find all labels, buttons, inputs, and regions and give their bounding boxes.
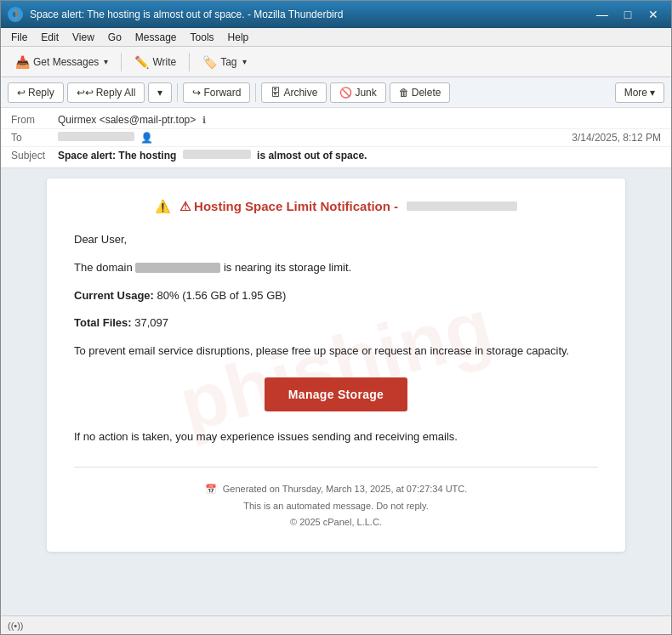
manage-storage-button[interactable]: Manage Storage — [265, 377, 407, 411]
subject-row: Subject Space alert: The hosting is almo… — [1, 147, 671, 164]
description-text: To prevent email service disruptions, pl… — [74, 343, 598, 360]
get-messages-arrow: ▾ — [104, 57, 108, 66]
archive-icon: 🗄 — [271, 87, 281, 99]
forward-button[interactable]: ↪ Forward — [183, 82, 250, 103]
footer-generated-line: 📅 Generated on Thursday, March 13, 2025,… — [74, 481, 598, 498]
email-header: ↩ Reply ↩↩ Reply All ▾ ↪ Forward 🗄 Archi… — [1, 77, 671, 168]
window-controls: — □ ✕ — [591, 6, 664, 23]
thunderbird-window: Space alert: The hosting is almost out o… — [0, 0, 672, 635]
email-timestamp: 3/14/2025, 8:12 PM — [572, 132, 661, 144]
footer-automated-line: This is an automated message. Do not rep… — [74, 498, 598, 515]
write-label: Write — [152, 56, 176, 68]
app-icon — [8, 7, 23, 22]
menu-message[interactable]: Message — [128, 30, 184, 45]
usage-label: Current Usage: — [74, 289, 154, 302]
hdr-separator-1 — [177, 83, 178, 102]
forward-icon: ↪ — [192, 87, 201, 99]
subject-bold-end: is almost out of space. — [257, 150, 367, 162]
minimize-button[interactable]: — — [591, 6, 613, 23]
subject-label: Subject — [11, 150, 58, 162]
junk-icon: 🚫 — [339, 87, 352, 99]
subject-bold-start: Space alert: The hosting — [58, 150, 176, 162]
junk-label: Junk — [355, 87, 376, 99]
manage-button-wrapper: Manage Storage — [74, 377, 598, 411]
menu-tools[interactable]: Tools — [184, 30, 221, 45]
maximize-button[interactable]: □ — [617, 6, 639, 23]
usage-value: 80% (1.56 GB of 1.95 GB) — [157, 289, 287, 302]
from-label: From — [11, 114, 58, 126]
email-card: phishing ⚠️ ⚠ Hosting Space Limit Notifi… — [47, 179, 625, 552]
write-icon: ✏️ — [134, 55, 149, 69]
reply-all-label: Reply All — [96, 87, 136, 99]
subject-domain-blurred — [183, 150, 251, 159]
delete-icon: 🗑 — [399, 87, 409, 99]
footer-generated-text: Generated on Thursday, March 13, 2025, a… — [223, 484, 468, 494]
warning-text: If no action is taken, you may experienc… — [74, 428, 598, 446]
menu-file[interactable]: File — [4, 30, 34, 45]
subject-value: Space alert: The hosting is almost out o… — [58, 150, 367, 162]
write-button[interactable]: ✏️ Write — [127, 51, 184, 73]
status-bar: ((•)) — [1, 615, 671, 634]
tag-icon: 🏷️ — [202, 55, 217, 69]
connection-icon: ((•)) — [8, 621, 24, 631]
reply-button[interactable]: ↩ Reply — [8, 82, 64, 103]
title-domain-blurred — [407, 201, 517, 211]
message-body: phishing ⚠️ ⚠ Hosting Space Limit Notifi… — [1, 168, 671, 615]
from-name: Quirmex <sales@mail-ptr.top> — [58, 114, 196, 126]
window-title: Space alert: The hosting is almost out o… — [30, 9, 584, 20]
reply-all-button[interactable]: ↩↩ Reply All — [67, 82, 145, 103]
archive-label: Archive — [283, 87, 317, 99]
forward-label: Forward — [203, 87, 241, 99]
notification-title: ⚠️ ⚠ Hosting Space Limit Notification - — [155, 199, 518, 213]
to-row: To 👤 3/14/2025, 8:12 PM — [1, 129, 671, 147]
domain-blurred — [135, 263, 220, 273]
tag-label: Tag — [220, 56, 236, 68]
reply-all-icon: ↩↩ — [77, 87, 94, 99]
greeting-text: Dear User, — [74, 231, 598, 249]
files-label: Total Files: — [74, 316, 132, 329]
main-toolbar: 📥 Get Messages ▾ ✏️ Write 🏷️ Tag ▾ — [1, 47, 671, 77]
calendar-icon: 📅 — [205, 484, 217, 494]
menu-go[interactable]: Go — [101, 30, 128, 45]
info-icon[interactable]: ℹ — [202, 115, 206, 125]
title-bar: Space alert: The hosting is almost out o… — [1, 1, 671, 28]
footer-copyright-line: © 2025 cPanel, L.L.C. — [74, 514, 598, 531]
menu-view[interactable]: View — [65, 30, 101, 45]
delete-button[interactable]: 🗑 Delete — [390, 82, 451, 103]
menu-bar: File Edit View Go Message Tools Help — [1, 28, 671, 47]
to-contact-icon: 👤 — [140, 132, 153, 144]
warning-icon: ⚠️ — [155, 199, 171, 213]
close-button[interactable]: ✕ — [642, 6, 664, 23]
toolbar-separator-1 — [121, 53, 122, 71]
to-value: 👤 — [58, 132, 572, 144]
from-value: Quirmex <sales@mail-ptr.top> ℹ — [58, 114, 661, 126]
tag-arrow: ▾ — [242, 57, 247, 66]
usage-text: Current Usage: 80% (1.56 GB of 1.95 GB) — [74, 287, 598, 305]
email-footer: 📅 Generated on Thursday, March 13, 2025,… — [74, 467, 598, 531]
email-metadata: From Quirmex <sales@mail-ptr.top> ℹ To 👤… — [1, 108, 671, 167]
tag-button[interactable]: 🏷️ Tag ▾ — [195, 51, 253, 73]
notification-title-text: ⚠ Hosting Space Limit Notification - — [179, 199, 398, 213]
domain-text-before: The domain — [74, 261, 133, 274]
domain-notice-text: The domain is nearing its storage limit. — [74, 259, 598, 277]
get-messages-button[interactable]: 📥 Get Messages ▾ — [8, 51, 116, 73]
menu-help[interactable]: Help — [221, 30, 256, 45]
more-label: More — [624, 87, 647, 99]
reply-all-dropdown-arrow: ▾ — [157, 87, 162, 99]
archive-button[interactable]: 🗄 Archive — [261, 82, 327, 103]
reply-all-dropdown-button[interactable]: ▾ — [148, 82, 172, 103]
more-arrow: ▾ — [650, 87, 655, 99]
files-value: 37,097 — [134, 316, 168, 329]
reply-icon: ↩ — [17, 87, 26, 99]
from-row: From Quirmex <sales@mail-ptr.top> ℹ — [1, 111, 671, 129]
more-button[interactable]: More ▾ — [615, 82, 664, 103]
menu-edit[interactable]: Edit — [34, 30, 65, 45]
hdr-separator-2 — [255, 83, 256, 102]
junk-button[interactable]: 🚫 Junk — [330, 82, 385, 103]
files-text: Total Files: 37,097 — [74, 315, 598, 332]
delete-label: Delete — [412, 87, 441, 99]
to-blurred — [58, 132, 134, 141]
email-actions-toolbar: ↩ Reply ↩↩ Reply All ▾ ↪ Forward 🗄 Archi… — [1, 77, 671, 108]
get-messages-icon: 📥 — [15, 55, 30, 69]
reply-label: Reply — [28, 87, 54, 99]
